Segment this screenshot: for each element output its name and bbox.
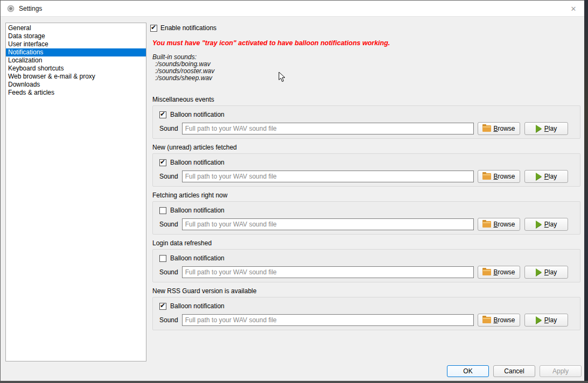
sidebar-item-notifications[interactable]: Notifications <box>6 48 146 56</box>
sidebar-item-user-interface[interactable]: User interface <box>6 40 146 48</box>
balloon-notification-checkbox[interactable]: ✔ <box>159 303 166 310</box>
balloon-notification-row[interactable]: ✔ Balloon notification <box>159 111 225 118</box>
sidebar-item-general[interactable]: General <box>6 24 146 32</box>
browse-button[interactable]: Browse <box>478 314 520 327</box>
section-title: Login data refreshed <box>152 240 580 247</box>
browse-button[interactable]: Browse <box>478 122 520 135</box>
checkmark-icon: ✔ <box>160 110 165 118</box>
checkmark-icon: ✔ <box>160 302 165 309</box>
balloon-notification-checkbox[interactable] <box>159 207 166 214</box>
play-button[interactable]: Play <box>524 314 568 327</box>
sidebar-item-web-browser[interactable]: Web browser & e-mail & proxy <box>6 73 146 81</box>
balloon-notification-checkbox[interactable]: ✔ <box>159 111 166 118</box>
settings-gear-icon <box>7 5 15 12</box>
browse-button-label: Browse <box>493 268 515 276</box>
browse-button[interactable]: Browse <box>478 218 520 231</box>
balloon-notification-row[interactable]: Balloon notification <box>159 207 225 214</box>
browse-button-label: Browse <box>493 173 515 180</box>
play-button-label: Play <box>544 125 557 132</box>
balloon-notification-checkbox[interactable]: ✔ <box>159 159 166 166</box>
section-new-articles-fetched: New (unread) articles fetched ✔ Balloon … <box>152 144 580 187</box>
section-new-version-available: New RSS Guard version is available ✔ Bal… <box>152 288 580 330</box>
section-login-data-refreshed: Login data refreshed Balloon notificatio… <box>152 240 580 282</box>
sound-label: Sound <box>159 125 178 132</box>
balloon-notification-label: Balloon notification <box>170 254 225 262</box>
section-title: New (unread) articles fetched <box>152 144 580 151</box>
balloon-notification-checkbox[interactable] <box>159 255 166 262</box>
folder-icon <box>482 269 491 275</box>
play-icon <box>536 125 542 132</box>
folder-icon <box>482 317 491 323</box>
play-icon <box>536 268 542 276</box>
cancel-button[interactable]: Cancel <box>493 365 535 377</box>
section-groupbox: ✔ Balloon notification Sound Browse Play <box>152 153 580 187</box>
sound-row: Sound Browse Play <box>159 170 568 183</box>
sound-path-input[interactable] <box>182 171 474 182</box>
sound-row: Sound Browse Play <box>159 122 568 135</box>
folder-icon <box>482 221 491 228</box>
apply-button[interactable]: Apply <box>540 365 582 377</box>
play-button-label: Play <box>544 221 557 228</box>
balloon-notification-label: Balloon notification <box>170 207 225 214</box>
sidebar-item-feeds-articles[interactable]: Feeds & articles <box>6 89 146 97</box>
sidebar-item-data-storage[interactable]: Data storage <box>6 32 146 40</box>
play-button[interactable]: Play <box>524 266 568 279</box>
sound-path-input[interactable] <box>182 218 474 230</box>
sound-path-input[interactable] <box>182 266 474 278</box>
balloon-notification-row[interactable]: ✔ Balloon notification <box>159 302 225 310</box>
browse-button[interactable]: Browse <box>478 266 520 279</box>
balloon-notification-label: Balloon notification <box>170 111 225 118</box>
close-icon[interactable]: ✕ <box>568 3 579 14</box>
enable-notifications-row[interactable]: ✔ Enable notifications <box>150 24 216 32</box>
dialog-button-box: OK Cancel Apply <box>447 365 582 377</box>
play-icon <box>536 221 542 228</box>
balloon-notification-row[interactable]: ✔ Balloon notification <box>159 159 225 166</box>
checkmark-icon: ✔ <box>160 158 165 166</box>
play-button[interactable]: Play <box>524 218 568 231</box>
balloon-notification-row[interactable]: Balloon notification <box>159 254 225 262</box>
play-icon <box>536 173 542 180</box>
play-button-label: Play <box>544 268 557 276</box>
play-button[interactable]: Play <box>524 170 568 183</box>
sound-label: Sound <box>159 316 178 324</box>
play-button[interactable]: Play <box>524 122 568 135</box>
builtin-sounds-block: Built-in sounds: :/sounds/boing.wav :/so… <box>152 54 214 82</box>
play-button-label: Play <box>544 316 557 324</box>
browse-button-label: Browse <box>493 125 515 132</box>
window-border-bottom <box>0 381 588 383</box>
sound-path-input[interactable] <box>182 314 474 326</box>
window-title: Settings <box>19 5 42 12</box>
folder-icon <box>482 125 491 132</box>
play-icon <box>536 316 542 324</box>
sound-label: Sound <box>159 221 178 228</box>
browse-button-label: Browse <box>493 316 515 324</box>
balloon-notification-label: Balloon notification <box>170 159 225 166</box>
section-groupbox: ✔ Balloon notification Sound Browse Play <box>152 297 580 330</box>
sound-label: Sound <box>159 268 178 276</box>
sidebar-item-localization[interactable]: Localization <box>6 56 146 65</box>
sound-row: Sound Browse Play <box>159 314 568 327</box>
section-fetching-articles: Fetching articles right now Balloon noti… <box>152 192 580 235</box>
folder-icon <box>482 173 491 180</box>
play-button-label: Play <box>544 173 557 180</box>
enable-notifications-label: Enable notifications <box>160 24 216 32</box>
section-title: Fetching articles right now <box>152 192 580 199</box>
enable-notifications-checkbox[interactable]: ✔ <box>150 25 157 32</box>
ok-button[interactable]: OK <box>447 365 489 377</box>
tray-icon-warning-text: You must have "tray icon" activated to h… <box>152 39 390 47</box>
sound-path-input[interactable] <box>182 123 474 134</box>
section-groupbox: Balloon notification Sound Browse Play <box>152 249 580 282</box>
sidebar-item-keyboard-shortcuts[interactable]: Keyboard shortcuts <box>6 65 146 73</box>
section-title: Miscellaneous events <box>152 96 580 103</box>
sidebar-item-downloads[interactable]: Downloads <box>6 81 146 89</box>
checkmark-icon: ✔ <box>151 24 156 31</box>
settings-category-list: General Data storage User interface Noti… <box>5 23 146 361</box>
balloon-notification-label: Balloon notification <box>170 302 225 310</box>
mouse-cursor <box>278 72 285 84</box>
builtin-sound-path: :/sounds/sheep.wav <box>152 75 214 82</box>
section-groupbox: ✔ Balloon notification Sound Browse Play <box>152 105 580 139</box>
browse-button-label: Browse <box>493 221 515 228</box>
section-title: New RSS Guard version is available <box>152 288 580 295</box>
browse-button[interactable]: Browse <box>478 170 520 183</box>
section-miscellaneous-events: Miscellaneous events ✔ Balloon notificat… <box>152 96 580 139</box>
